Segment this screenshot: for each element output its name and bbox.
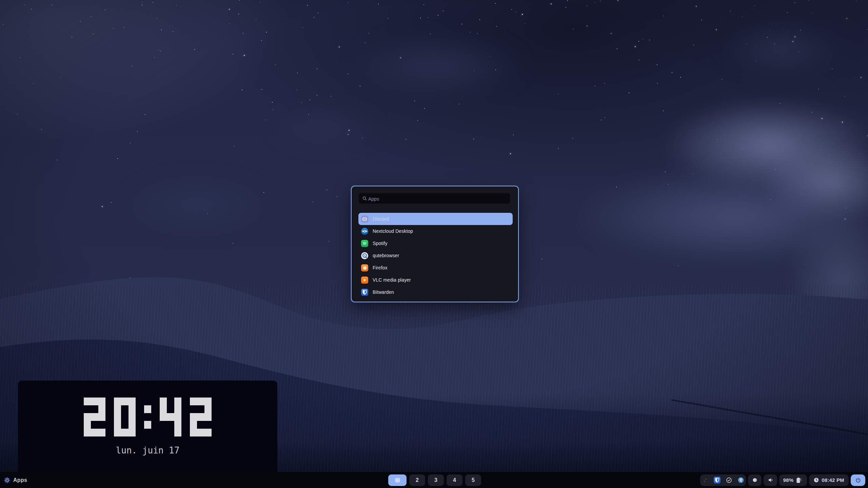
workspace-1-active[interactable] xyxy=(388,474,407,486)
tray-status-pill[interactable] xyxy=(700,474,746,486)
app-launcher: DiscordNextcloud DesktopSpotifyqutebrows… xyxy=(351,186,519,302)
vlc-icon xyxy=(361,277,368,284)
taskbar-left: Apps xyxy=(0,477,388,483)
discord-icon xyxy=(361,216,368,223)
apps-menu-button[interactable]: Apps xyxy=(4,477,27,483)
clock-digit xyxy=(114,398,136,436)
qutebrowser-icon xyxy=(361,252,368,259)
battery-percent: 98% xyxy=(783,477,794,483)
app-label: Bitwarden xyxy=(373,289,394,295)
clock-date: lun. juin 17 xyxy=(116,445,180,455)
bluetooth-icon[interactable] xyxy=(737,477,744,484)
list-item-qutebrowser[interactable]: qutebrowser xyxy=(358,249,513,262)
app-label: qutebrowser xyxy=(373,253,399,258)
power-icon xyxy=(855,477,861,483)
search-input[interactable] xyxy=(368,193,506,204)
workspace-2[interactable]: 2 xyxy=(409,474,425,486)
nextcloud-icon xyxy=(361,228,368,235)
clock-digit xyxy=(160,398,181,436)
volume-control[interactable] xyxy=(764,474,777,486)
night-light-toggle[interactable] xyxy=(748,474,762,486)
app-list: DiscordNextcloud DesktopSpotifyqutebrows… xyxy=(358,213,513,298)
clock-time xyxy=(84,398,212,436)
workspace-3[interactable]: 3 xyxy=(428,474,444,486)
battery-indicator[interactable]: 98% xyxy=(779,474,807,486)
bitwarden-icon[interactable] xyxy=(714,477,721,484)
clock-icon xyxy=(813,477,819,483)
power-button[interactable] xyxy=(851,474,865,486)
battery-charging-icon xyxy=(795,476,803,484)
gear-icon xyxy=(4,477,10,483)
app-label: Firefox xyxy=(373,265,388,270)
app-label: Nextcloud Desktop xyxy=(373,228,413,234)
bitwarden-icon xyxy=(361,289,368,296)
taskbar-tray: 98% 08:42 PM xyxy=(481,474,868,486)
tray-clock[interactable]: 08:42 PM xyxy=(809,474,849,486)
clock-digit xyxy=(190,398,212,436)
clock-digit xyxy=(84,398,105,436)
app-label: Discord xyxy=(373,216,389,222)
search-box[interactable] xyxy=(359,193,510,204)
list-item-bitwarden[interactable]: Bitwarden xyxy=(358,286,513,298)
taskbar: Apps 2345 98% 08:42 PM xyxy=(0,472,868,488)
list-item-spotify[interactable]: Spotify xyxy=(358,237,513,249)
search-icon xyxy=(362,196,367,201)
workspace-4[interactable]: 4 xyxy=(447,474,462,486)
workspace-5[interactable]: 5 xyxy=(465,474,481,486)
apps-menu-label: Apps xyxy=(13,477,27,483)
check-circle-icon[interactable] xyxy=(726,477,732,484)
night-light-icon xyxy=(752,477,758,483)
list-item-discord[interactable]: Discord xyxy=(358,213,513,225)
desktop: lun. juin 17 DiscordNextcloud DesktopSpo… xyxy=(0,0,868,488)
spotify-icon xyxy=(361,240,368,247)
list-item-firefox[interactable]: Firefox xyxy=(358,262,513,274)
firefox-icon xyxy=(361,264,368,271)
tray-clock-time: 08:42 PM xyxy=(822,477,844,483)
app-label: VLC media player xyxy=(373,277,411,283)
clock-colon xyxy=(144,398,151,436)
app-label: Spotify xyxy=(373,241,388,246)
list-item-nextcloud-desktop[interactable]: Nextcloud Desktop xyxy=(358,225,513,237)
volume-icon xyxy=(767,477,774,483)
active-workspace-indicator xyxy=(395,478,400,483)
clock-widget: lun. juin 17 xyxy=(18,381,277,472)
transfer-arrows-icon[interactable] xyxy=(702,477,709,484)
list-item-vlc-media-player[interactable]: VLC media player xyxy=(358,274,513,286)
workspace-switcher: 2345 xyxy=(388,474,481,486)
